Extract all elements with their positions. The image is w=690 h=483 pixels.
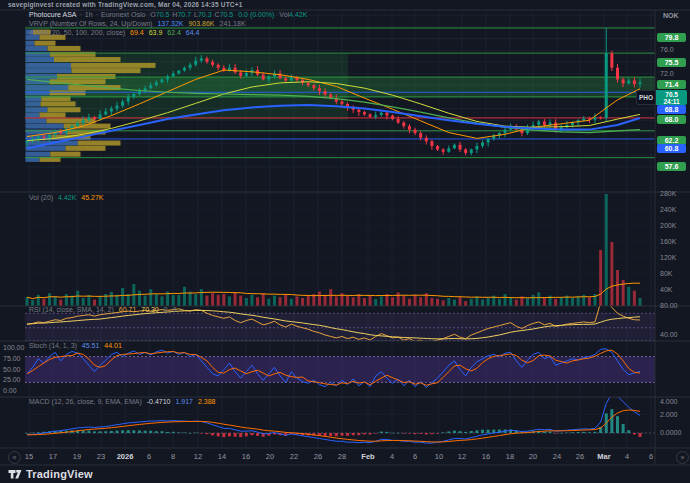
time-label: 22 xyxy=(290,452,298,461)
volume-tick: 280K xyxy=(660,190,676,197)
last-price-badge: PHO 70.5 24:11 xyxy=(636,90,687,105)
chart-canvas[interactable] xyxy=(0,0,690,483)
time-label: 4 xyxy=(625,452,629,461)
time-label: 6 xyxy=(147,452,151,461)
time-label: 23 xyxy=(97,452,105,461)
time-label: 17 xyxy=(49,452,57,461)
time-label: 26 xyxy=(314,452,322,461)
symbol-name: Photocure ASA xyxy=(29,11,76,18)
rsi-tick: 40.00 xyxy=(660,331,678,338)
stoch-tick: 25.00 xyxy=(3,376,21,383)
time-label: 18 xyxy=(506,452,514,461)
stoch-tick: 0.00 xyxy=(3,387,17,394)
volume-tick: 240K xyxy=(660,206,676,213)
time-axis[interactable]: « » 1517192320266812141620222628Feb46101… xyxy=(0,448,690,465)
time-label-major: 2026 xyxy=(117,452,134,461)
stoch-legend[interactable]: Stoch (14, 1, 3) 45.51 44.01 xyxy=(29,342,125,349)
timeframe: 1h xyxy=(85,11,93,18)
time-label: 24 xyxy=(553,452,561,461)
price-line-badge: 68.8 xyxy=(657,105,686,114)
volume-value: 4.42K xyxy=(289,11,307,18)
volume-tick: 40K xyxy=(660,286,672,293)
time-label: 15 xyxy=(25,452,33,461)
time-label: 12 xyxy=(458,452,466,461)
time-label: 26 xyxy=(576,452,584,461)
tradingview-chart-window: savepiginvest created with TradingView.c… xyxy=(0,0,690,483)
main-series-legend[interactable]: Photocure ASA·1h·Euronext Oslo O70.5H70.… xyxy=(29,11,310,18)
time-label-major: Mar xyxy=(597,452,610,461)
volume-legend[interactable]: Vol (20) 4.42K 45.27K xyxy=(29,194,107,201)
symbol-badge-label: PHO xyxy=(636,90,656,105)
macd-tick: 4.000 xyxy=(660,398,678,405)
time-label: 19 xyxy=(73,452,81,461)
price-line-badge: 71.4 xyxy=(657,80,686,89)
high-value: 70.7 xyxy=(177,11,191,18)
time-label: 6 xyxy=(649,452,653,461)
price-line-badge: 79.8 xyxy=(657,33,686,42)
time-label: 6 xyxy=(413,452,417,461)
volume-tick: 160K xyxy=(660,238,676,245)
volume-tick: 120K xyxy=(660,254,676,261)
time-label: 28 xyxy=(338,452,346,461)
time-label: 4 xyxy=(390,452,394,461)
price-tick: 72.0 xyxy=(660,70,674,77)
volume-tick: 80K xyxy=(660,270,672,277)
stoch-tick: 50.00 xyxy=(3,366,21,373)
low-value: 70.3 xyxy=(198,11,212,18)
exchange: Euronext Oslo xyxy=(101,11,145,18)
open-value: 70.5 xyxy=(156,11,170,18)
macd-tick: 2.000 xyxy=(660,411,678,418)
time-label: 20 xyxy=(266,452,274,461)
rsi-legend[interactable]: RSI (14, close, SMA, 14, 2) 60.71 70.30 … xyxy=(29,306,180,313)
price-tick: 76.0 xyxy=(660,46,674,53)
time-label: 20 xyxy=(529,452,537,461)
history-start-icon[interactable]: « xyxy=(8,451,21,464)
price-line-badge: 75.5 xyxy=(657,58,686,67)
vrvp-legend[interactable]: VRVP (Number Of Rows, 24, Up/Down) 137.3… xyxy=(29,20,249,27)
time-label: 12 xyxy=(194,452,202,461)
close-value: 70.5 xyxy=(220,11,234,18)
stoch-tick: 100.00 xyxy=(3,344,24,351)
price-line-badge: 57.6 xyxy=(657,162,686,171)
time-label-major: Feb xyxy=(361,452,374,461)
rsi-tick: 80.00 xyxy=(660,302,678,309)
change-value: 0.0 (0.00%) xyxy=(238,11,274,18)
left-price-scale[interactable]: 100.0075.0050.0025.000.00 xyxy=(0,10,25,465)
tradingview-logo[interactable]: TradingView xyxy=(8,467,93,481)
macd-tick: 0.0000 xyxy=(660,429,681,436)
time-label: 8 xyxy=(171,452,175,461)
right-price-scale[interactable]: NOK PHO 70.5 24:11 78.076.074.072.066.06… xyxy=(655,10,690,465)
last-price-value: 70.5 xyxy=(656,91,687,98)
time-label: 10 xyxy=(435,452,443,461)
scroll-to-realtime-icon[interactable]: » xyxy=(676,451,689,464)
price-line-badge: 60.8 xyxy=(657,144,686,153)
volume-tick: 200K xyxy=(660,222,676,229)
tradingview-logo-icon xyxy=(8,467,22,481)
price-line-badge: 68.0 xyxy=(657,115,686,124)
tradingview-logo-text: TradingView xyxy=(26,468,93,480)
time-label: 16 xyxy=(242,452,250,461)
macd-legend[interactable]: MACD (12, 26, close, 9, EMA, EMA) -0.471… xyxy=(29,398,218,405)
bar-countdown: 24:11 xyxy=(656,98,687,105)
time-label: 14 xyxy=(218,452,226,461)
time-label: 16 xyxy=(482,452,490,461)
currency-label: NOK xyxy=(663,12,679,19)
footer-bar: TradingView xyxy=(0,465,690,483)
stoch-tick: 75.00 xyxy=(3,355,21,362)
ema-legend[interactable]: 4EMA (20, 50, 100, 200, close) 69.4 63.9… xyxy=(29,29,202,36)
